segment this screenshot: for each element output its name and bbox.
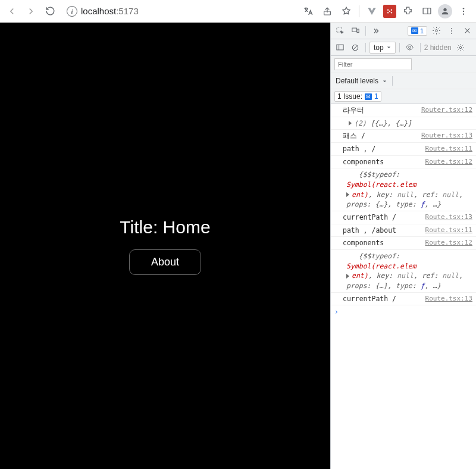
log-row[interactable]: (2) [{…}, {…}] bbox=[331, 117, 476, 130]
log-msg: path , / bbox=[343, 145, 375, 153]
svg-point-17 bbox=[451, 30, 452, 32]
chevron-down-icon bbox=[382, 79, 387, 84]
log-obj-line2: ent), key: null, ref: null, props: {…}, … bbox=[346, 271, 463, 290]
issue-icon: ✉ bbox=[365, 93, 372, 100]
levels-row[interactable]: Default levels bbox=[331, 73, 476, 89]
filter-row bbox=[331, 56, 476, 73]
svg-point-4 bbox=[391, 12, 392, 13]
svg-point-1 bbox=[387, 9, 389, 10]
levels-label: Default levels bbox=[336, 77, 378, 85]
site-info-icon[interactable]: i bbox=[67, 6, 77, 17]
svg-point-8 bbox=[443, 8, 446, 11]
log-obj: {$$typeof: Symbol(react.elem bbox=[346, 170, 416, 189]
svg-point-5 bbox=[389, 10, 390, 11]
log-row[interactable]: {$$typeof: Symbol(react.elem ent), key: … bbox=[331, 168, 476, 211]
inspect-element-icon[interactable] bbox=[333, 24, 346, 37]
more-tabs-icon[interactable] bbox=[369, 24, 383, 37]
separator bbox=[399, 43, 400, 52]
svg-rect-6 bbox=[423, 8, 431, 14]
extensions-icon[interactable] bbox=[400, 4, 415, 19]
log-row: Router.tsx:13 패스 / bbox=[331, 130, 476, 143]
separator bbox=[392, 76, 393, 86]
svg-point-23 bbox=[409, 46, 411, 49]
about-button[interactable]: About bbox=[129, 249, 201, 275]
issue-sq-icon: ✉ bbox=[411, 27, 418, 34]
log-obj: (2) [{…}, {…}] bbox=[354, 119, 412, 127]
svg-rect-14 bbox=[357, 29, 359, 33]
bookmark-star-icon[interactable] bbox=[339, 4, 354, 19]
reload-button[interactable] bbox=[42, 3, 58, 20]
svg-point-2 bbox=[391, 9, 392, 10]
log-row: Router.tsx:12 라우터 bbox=[331, 104, 476, 117]
source-link[interactable]: Route.tsx:13 bbox=[425, 294, 472, 304]
expand-arrow-icon[interactable] bbox=[346, 274, 349, 279]
separator bbox=[365, 43, 366, 52]
devtools-panel: ✉ 1 top bbox=[330, 23, 476, 469]
url-text: localhost:5173 bbox=[81, 6, 139, 16]
log-row: Route.tsx:13 currentPath / bbox=[331, 211, 476, 224]
browser-toolbar: i localhost:5173 bbox=[0, 0, 476, 23]
log-row: Route.tsx:12 components bbox=[331, 156, 476, 169]
svg-point-15 bbox=[435, 30, 437, 32]
svg-point-16 bbox=[451, 27, 452, 29]
log-obj-line2: ent), key: null, ref: null, props: {…}, … bbox=[346, 190, 463, 209]
source-link[interactable]: Route.tsx:11 bbox=[425, 144, 472, 154]
log-obj: {$$typeof: Symbol(react.elem bbox=[346, 252, 416, 270]
source-link[interactable]: Router.tsx:12 bbox=[421, 105, 472, 115]
sidebar-toggle-icon[interactable] bbox=[333, 41, 346, 54]
sidepanel-icon[interactable] bbox=[419, 4, 434, 19]
extension-red-icon[interactable] bbox=[383, 5, 396, 18]
console-settings-gear-icon[interactable] bbox=[454, 41, 467, 54]
console-output: Router.tsx:12 라우터 (2) [{…}, {…}] Router.… bbox=[331, 104, 476, 469]
log-row[interactable]: {$$typeof: Symbol(react.elem ent), key: … bbox=[331, 250, 476, 293]
badge-count: 1 bbox=[420, 27, 424, 35]
log-msg: components bbox=[343, 239, 384, 247]
translate-icon[interactable] bbox=[300, 4, 316, 19]
issue-count: 1 bbox=[374, 92, 378, 101]
source-link[interactable]: Route.tsx:12 bbox=[425, 157, 472, 167]
clear-console-icon[interactable] bbox=[349, 41, 362, 54]
live-expression-icon[interactable] bbox=[403, 41, 416, 54]
svg-point-9 bbox=[463, 8, 464, 9]
filter-input[interactable] bbox=[334, 58, 412, 70]
device-toolbar-icon[interactable] bbox=[349, 24, 362, 37]
context-selector[interactable]: top bbox=[369, 42, 396, 54]
profile-avatar[interactable] bbox=[438, 4, 452, 18]
issues-badge[interactable]: ✉ 1 bbox=[408, 26, 427, 36]
source-link[interactable]: Router.tsx:13 bbox=[421, 131, 472, 140]
page-viewport: Title: Home About bbox=[0, 23, 330, 469]
svg-line-22 bbox=[353, 45, 358, 49]
source-link[interactable]: Route.tsx:11 bbox=[425, 226, 472, 235]
svg-point-3 bbox=[387, 12, 389, 13]
issues-row: 1 Issue: ✉ 1 bbox=[331, 89, 476, 104]
svg-rect-19 bbox=[336, 45, 343, 50]
source-link[interactable]: Route.tsx:13 bbox=[425, 212, 472, 222]
kebab-menu-icon[interactable] bbox=[456, 4, 471, 19]
back-button[interactable] bbox=[4, 3, 20, 20]
console-prompt[interactable]: › bbox=[331, 305, 476, 319]
toolbar-actions bbox=[300, 4, 472, 19]
log-msg: components bbox=[343, 158, 384, 166]
forward-button[interactable] bbox=[23, 3, 39, 20]
log-msg: 라우터 bbox=[343, 106, 364, 114]
address-bar[interactable]: i localhost:5173 bbox=[63, 2, 145, 20]
hidden-count: 2 hidden bbox=[424, 43, 452, 52]
source-link[interactable]: Route.tsx:12 bbox=[425, 238, 472, 248]
devtools-close-icon[interactable] bbox=[461, 24, 474, 37]
vue-ext-icon[interactable] bbox=[364, 4, 380, 19]
issue-chip[interactable]: 1 Issue: ✉ 1 bbox=[334, 91, 381, 102]
page-title: Title: Home bbox=[120, 217, 210, 237]
log-msg: path , /about bbox=[343, 226, 396, 234]
expand-arrow-icon[interactable] bbox=[349, 121, 352, 126]
separator bbox=[420, 43, 421, 52]
expand-arrow-icon[interactable] bbox=[346, 192, 349, 197]
svg-point-18 bbox=[451, 33, 452, 34]
settings-gear-icon[interactable] bbox=[430, 24, 443, 37]
log-msg: 패스 / bbox=[343, 132, 365, 140]
log-row: Route.tsx:11 path , /about bbox=[331, 224, 476, 237]
log-row: Route.tsx:11 path , / bbox=[331, 143, 476, 156]
share-icon[interactable] bbox=[320, 4, 335, 19]
log-msg: currentPath / bbox=[343, 213, 396, 221]
devtools-kebab-icon[interactable] bbox=[445, 24, 458, 37]
log-row: Route.tsx:13 currentPath / bbox=[331, 293, 476, 306]
